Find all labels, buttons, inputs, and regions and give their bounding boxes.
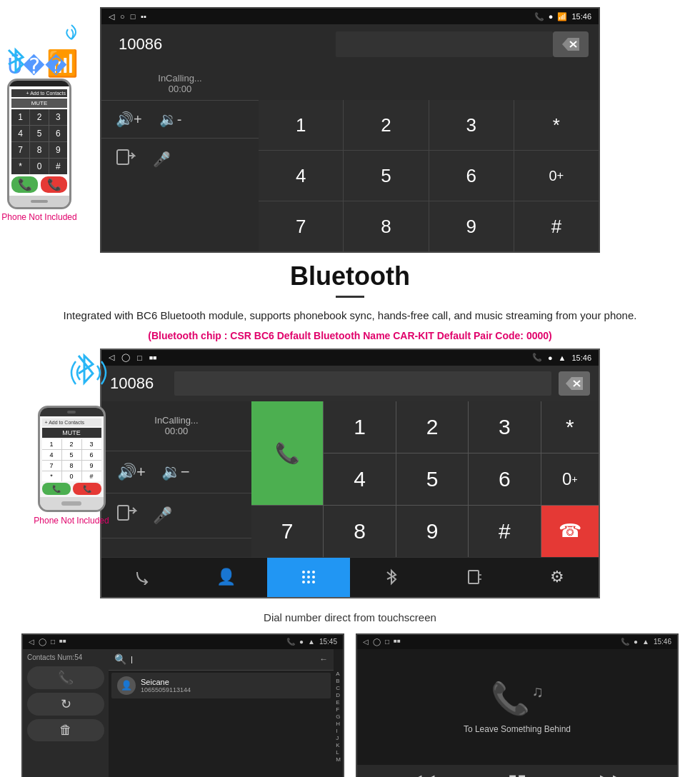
svg-point-8 [302, 571, 305, 573]
contacts-status-right: 📞 ● ▲ 15:45 [286, 638, 337, 646]
backspace-button[interactable] [553, 31, 589, 57]
sync-btn[interactable]: ↻ [27, 693, 104, 716]
dialer-input-field[interactable] [336, 31, 553, 57]
dialer-text-input[interactable] [174, 371, 551, 396]
m-phone-icon: 📞 [621, 638, 629, 646]
phone-key-8: 8 [30, 142, 48, 158]
music-main-content: 📞 ♫ To Leave Something Behind [357, 649, 677, 765]
transfer-button[interactable] [116, 149, 136, 169]
key-9[interactable]: 9 [429, 201, 514, 251]
next-track-btn[interactable]: ▶▶ [600, 771, 626, 778]
signal-waves-icon [50, 21, 86, 57]
phone-number-field: MUTE [42, 428, 101, 438]
nav-phone-book[interactable] [433, 558, 516, 597]
nav-phone-transfer[interactable] [101, 558, 184, 597]
svg-point-15 [307, 581, 310, 583]
keypad-grid: 1 2 3 * 📞 4 5 6 0+ 7 8 9 [251, 401, 599, 557]
key-0plus[interactable]: 0+ [514, 151, 599, 201]
calling-section: InCalling... 00:00 [101, 64, 599, 100]
key-9-btn[interactable]: 9 [396, 506, 468, 557]
contact-phone: 10655059113144 [141, 686, 191, 693]
prev-track-btn[interactable]: ◀◀ [409, 771, 434, 778]
dialer-main-body: 🔊+ 🔉- 🎤 [101, 100, 599, 251]
m-wifi-icon: ▲ [642, 638, 649, 646]
mic-btn[interactable]: 🎤 [153, 506, 172, 525]
phone-mini-keypad: 1 2 3 4 5 6 7 8 9 * 0 # [42, 439, 101, 481]
phone-bottom [40, 497, 104, 510]
key-hash-btn[interactable]: # [469, 506, 540, 557]
key-7[interactable]: 7 [259, 201, 343, 251]
ph-key-hash2: # [82, 471, 101, 481]
key-star-btn[interactable]: * [541, 401, 599, 453]
key-hash[interactable]: # [514, 201, 599, 251]
contact-avatar: 👤 [117, 676, 136, 695]
key-8-btn[interactable]: 8 [324, 506, 395, 557]
key-4[interactable]: 4 [259, 151, 343, 201]
backspace-icon [562, 38, 579, 51]
m-gps-icon: ● [634, 638, 638, 646]
backspace-btn[interactable] [559, 371, 590, 396]
key-2[interactable]: 2 [344, 100, 428, 150]
call-actions: 🎤 [101, 138, 259, 179]
key-5-btn[interactable]: 5 [396, 453, 468, 505]
play-pause-btn[interactable]: ▮▮ [508, 771, 526, 778]
key-1[interactable]: 1 [259, 100, 343, 150]
volume-row: 🔊+ 🔉− [101, 451, 251, 493]
nav-bluetooth-icon [384, 568, 399, 586]
phone-key-6: 6 [49, 126, 67, 141]
volume-up-button[interactable]: 🔊+ [116, 111, 142, 128]
key-star[interactable]: * [514, 100, 599, 150]
alpha-k: K [336, 742, 341, 748]
key-8[interactable]: 8 [344, 201, 428, 251]
alpha-f: F [336, 706, 341, 713]
ph-key-star2: * [42, 471, 61, 481]
call-red-btn[interactable]: ☎ [541, 506, 599, 557]
number-display-row: 10086 [101, 366, 599, 401]
bt-waves-container [21, 349, 121, 406]
square-icon: □ [131, 12, 136, 21]
header-description: Integrated with BC6 Bluetooth module, su… [57, 308, 643, 324]
key-5[interactable]: 5 [344, 151, 428, 201]
key-3[interactable]: 3 [429, 100, 514, 150]
nav-settings[interactable]: ⚙ [516, 558, 599, 597]
delete-btn[interactable]: 🗑 [27, 719, 104, 741]
dialer-keypad-right: 1 2 3 * 4 5 6 0+ 7 8 9 # [259, 100, 599, 251]
c-phone-icon: 📞 [286, 638, 295, 646]
contacts-sidebar: Contacts Num:54 📞 ↻ 🗑 [23, 649, 109, 778]
ph-key-7: 7 [42, 461, 61, 471]
nav-keypad-active[interactable] [267, 558, 350, 597]
key-7-btn[interactable]: 7 [251, 506, 323, 557]
key-2-btn[interactable]: 2 [396, 401, 468, 453]
phone-not-included-label: Phone Not Included [0, 212, 86, 222]
key-1-btn[interactable]: 1 [324, 401, 395, 453]
key-0plus-btn[interactable]: 0+ [541, 453, 599, 505]
circle-icon: ○ [120, 12, 125, 21]
nav-bluetooth[interactable] [350, 558, 433, 597]
contacts-status-bar: ◁ ◯ □ ■■ 📞 ● ▲ 15:45 [23, 635, 343, 649]
dialer-status-bar: ◁ ◯ □ ■■ 📞 ● ▲ 15:46 [101, 350, 599, 366]
ph-key-02: 0 [62, 471, 81, 481]
mute-button[interactable]: 🎤 [153, 151, 171, 168]
c-square-icon: □ [51, 638, 55, 646]
call-contact-btn[interactable]: 📞 [27, 666, 104, 689]
call-green-btn[interactable]: 📞 [251, 401, 323, 505]
back-icon: ◁ [109, 12, 114, 21]
key-6-btn[interactable]: 6 [469, 453, 540, 505]
nav-contacts[interactable]: 👤 [184, 558, 267, 597]
calling-info: InCalling... 00:00 [101, 64, 259, 100]
add-contacts-text: + Add to Contacts [42, 418, 101, 426]
key-4-btn[interactable]: 4 [324, 453, 395, 505]
volume-down-button[interactable]: 🔉- [159, 111, 182, 128]
music-status-bar: ◁ ◯ □ ■■ 📞 ● ▲ 15:46 [357, 635, 677, 649]
phone-number-display: MUTE [11, 99, 67, 108]
alpha-b: B [336, 678, 341, 684]
c-gps-icon: ● [299, 638, 304, 646]
status-bar-right: 📞 ● 📶 15:46 [534, 12, 591, 21]
key-6[interactable]: 6 [429, 151, 514, 201]
main-content-area: + Add to Contacts MUTE 1 2 3 4 5 6 7 8 9… [0, 349, 700, 606]
header-chip-info: (Bluetooth chip : CSR BC6 Default Blueto… [57, 330, 643, 341]
search-field[interactable]: | [131, 655, 315, 663]
vol-down-btn[interactable]: 🔉− [161, 463, 190, 481]
phone-speaker [67, 411, 76, 413]
key-3-btn[interactable]: 3 [469, 401, 540, 453]
